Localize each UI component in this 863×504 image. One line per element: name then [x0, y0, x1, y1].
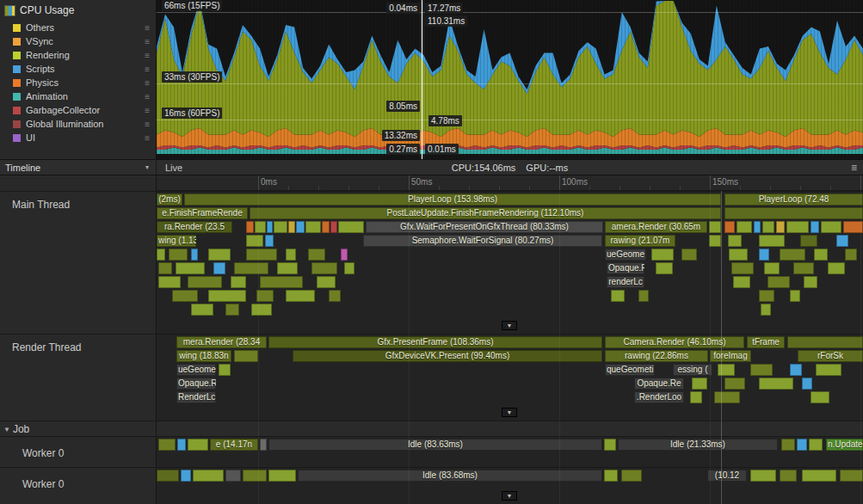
timeline-span[interactable]: e.FinishFrameRende	[157, 207, 248, 219]
timeline-span[interactable]	[804, 276, 817, 288]
timeline-span[interactable]	[802, 378, 812, 390]
collapse-section-button[interactable]: ▼	[502, 491, 517, 501]
pane-menu-icon[interactable]: ≡	[845, 162, 863, 174]
timeline-span[interactable]	[604, 470, 618, 482]
timeline-span[interactable]	[724, 221, 735, 233]
timeline-span[interactable]	[268, 470, 296, 482]
timeline-span[interactable]: rawing (21.07m	[605, 235, 675, 247]
timeline-span[interactable]	[714, 391, 740, 403]
timeline-span[interactable]: amera.Render (30.65m	[605, 221, 707, 233]
timeline-span[interactable]	[681, 249, 697, 261]
timeline-span[interactable]: Camera.Render (46.10ms)	[605, 336, 744, 348]
timeline-span[interactable]	[265, 235, 274, 247]
legend-item-rendering[interactable]: Rendering≡	[0, 48, 156, 62]
timeline-span[interactable]: PostLateUpdate.FinishFrameRendering (112…	[250, 207, 721, 219]
timeline-span[interactable]	[277, 262, 298, 274]
timeline-span[interactable]	[728, 235, 742, 247]
timeline-span[interactable]	[246, 235, 263, 247]
timeline-span[interactable]	[251, 304, 272, 316]
timeline-span[interactable]	[780, 470, 797, 482]
timeline-span[interactable]: n.Update	[826, 439, 863, 451]
timeline-span[interactable]	[764, 262, 780, 274]
timeline-span[interactable]: Gfx.WaitForPresentOnGfxThread (80.33ms)	[366, 221, 603, 233]
timeline-span[interactable]	[231, 276, 246, 288]
timeline-span[interactable]	[759, 378, 793, 390]
timeline-span[interactable]	[843, 221, 863, 233]
timeline-span[interactable]: Opaque.R	[607, 262, 644, 274]
timeline-span[interactable]	[780, 249, 805, 261]
track-label-job[interactable]: ▼Job	[0, 421, 157, 436]
timeline-span[interactable]	[828, 262, 845, 274]
timeline-span[interactable]	[797, 439, 807, 451]
timeline-span[interactable]	[718, 364, 735, 376]
timeline-span[interactable]	[836, 235, 848, 247]
timeline-span[interactable]: wing (18.83n	[176, 350, 231, 362]
timeline-span[interactable]	[225, 470, 241, 482]
timeline-span[interactable]: rawing (22.86ms	[605, 350, 708, 362]
timeline-span[interactable]	[754, 221, 761, 233]
timeline-span[interactable]	[193, 470, 224, 482]
track-label-render[interactable]: Render Thread	[0, 335, 157, 421]
timeline-span[interactable]	[759, 290, 774, 302]
timeline-span[interactable]	[329, 290, 341, 302]
timeline-span[interactable]: GfxDeviceVK.Present (99.40ms)	[293, 350, 602, 362]
timeline-span[interactable]	[157, 470, 179, 482]
legend-item-others[interactable]: Others≡	[0, 21, 156, 34]
timeline-span[interactable]	[208, 249, 231, 261]
legend-item-global-illumination[interactable]: Global Illumination≡	[0, 117, 156, 131]
timeline-span[interactable]: PlayerLoop (153.98ms)	[184, 194, 721, 206]
timeline-span[interactable]	[729, 249, 748, 261]
timeline-span[interactable]: wing (1.13	[157, 235, 196, 247]
timeline-span[interactable]	[208, 290, 246, 302]
timeline-span[interactable]	[317, 276, 336, 288]
live-button[interactable]: Live	[157, 163, 191, 173]
timeline-span[interactable]	[750, 470, 776, 482]
timeline-span[interactable]: Idle (83.68ms)	[298, 470, 602, 482]
timeline-span[interactable]	[260, 439, 267, 451]
timeline-span[interactable]	[260, 276, 303, 288]
drag-handle-icon[interactable]: ≡	[145, 51, 150, 60]
timeline-span[interactable]: mera.Render (28.34	[176, 336, 267, 348]
timeline-span[interactable]	[177, 439, 186, 451]
timeline-span[interactable]	[767, 276, 790, 288]
timeline-span[interactable]	[621, 470, 642, 482]
timeline-span[interactable]: foreImag	[710, 350, 751, 362]
timeline-span[interactable]	[172, 290, 198, 302]
timeline-span[interactable]	[246, 249, 277, 261]
timeline-span[interactable]	[651, 249, 674, 261]
timeline-span[interactable]	[296, 221, 305, 233]
timeline-span[interactable]: renderLc	[607, 276, 644, 288]
timeline-span[interactable]	[781, 439, 795, 451]
timeline-span[interactable]: (2ms)	[157, 194, 182, 206]
timeline-span[interactable]	[225, 304, 239, 316]
timeline-span[interactable]	[800, 235, 817, 247]
timeline-span[interactable]	[816, 364, 841, 376]
timeline-span[interactable]	[322, 221, 330, 233]
timeline-span[interactable]	[811, 391, 829, 403]
timeline-span[interactable]	[724, 378, 745, 390]
timeline-span[interactable]	[158, 439, 176, 451]
legend-item-animation[interactable]: Animation≡	[0, 89, 156, 103]
track-content-main[interactable]: (2ms)PlayerLoop (153.98ms)PlayerLoop (72…	[157, 192, 863, 334]
drag-handle-icon[interactable]: ≡	[145, 78, 150, 88]
timeline-span[interactable]	[802, 470, 836, 482]
timeline-span[interactable]	[840, 470, 863, 482]
timeline-span[interactable]: (10.12	[707, 470, 747, 482]
timeline-span[interactable]	[158, 262, 172, 274]
timeline-span[interactable]: ueGeome	[605, 249, 646, 261]
timeline-span[interactable]	[311, 262, 337, 274]
timeline-span[interactable]	[256, 290, 274, 302]
view-mode-dropdown[interactable]: Timeline ▾	[0, 160, 157, 175]
timeline-span[interactable]: Gfx.PresentFrame (108.36ms)	[268, 336, 602, 348]
timeline-span[interactable]	[750, 364, 773, 376]
timeline-span[interactable]	[737, 221, 752, 233]
timeline-span[interactable]	[286, 249, 296, 261]
timeline-span[interactable]: Idle (21.33ms)	[618, 439, 778, 451]
timeline-span[interactable]: essing (	[673, 364, 712, 376]
timeline-span[interactable]	[338, 221, 364, 233]
timeline-span[interactable]	[809, 439, 823, 451]
timeline-span[interactable]: PlayerLoop (72.48	[724, 194, 863, 206]
timeline-span[interactable]	[793, 262, 814, 274]
timeline-span[interactable]	[234, 350, 258, 362]
timeline-span[interactable]	[759, 235, 785, 247]
